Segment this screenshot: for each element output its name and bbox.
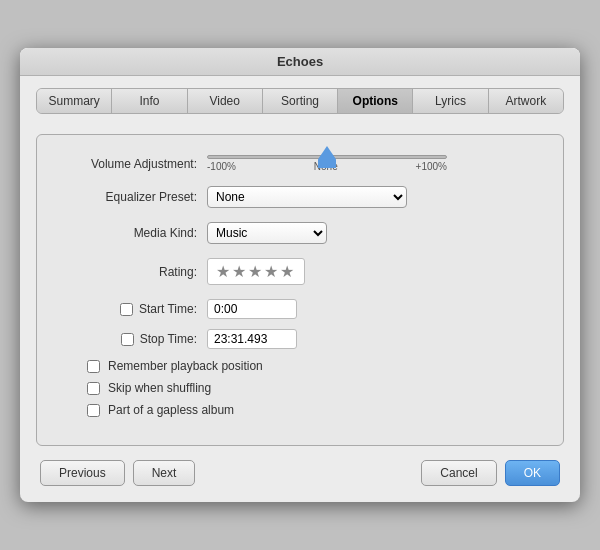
rating-stars: ★★★★★: [216, 263, 296, 280]
stop-time-checkbox[interactable]: [121, 333, 134, 346]
tab-options[interactable]: Options: [338, 89, 413, 113]
tab-artwork[interactable]: Artwork: [489, 89, 563, 113]
media-kind-label: Media Kind:: [57, 226, 197, 240]
volume-min-label: -100%: [207, 161, 236, 172]
tab-info[interactable]: Info: [112, 89, 187, 113]
skip-row: Skip when shuffling: [57, 381, 543, 395]
options-panel: Volume Adjustment: -100% None +100% Equa…: [36, 134, 564, 446]
tab-video[interactable]: Video: [188, 89, 263, 113]
next-button[interactable]: Next: [133, 460, 196, 486]
tab-lyrics[interactable]: Lyrics: [413, 89, 488, 113]
tab-summary[interactable]: Summary: [37, 89, 112, 113]
footer-right: Cancel OK: [421, 460, 560, 486]
media-kind-select[interactable]: Music Movie TV Show Podcast Audiobook: [207, 222, 327, 244]
main-window: Echoes Summary Info Video Sorting Option…: [20, 48, 580, 502]
previous-button[interactable]: Previous: [40, 460, 125, 486]
start-time-label: Start Time:: [139, 302, 197, 316]
equalizer-select[interactable]: None Acoustic Bass Booster Classical Dan…: [207, 186, 407, 208]
window-content: Summary Info Video Sorting Options Lyric…: [20, 76, 580, 502]
volume-track-wrap: [207, 155, 543, 159]
rating-label: Rating:: [57, 265, 197, 279]
skip-label: Skip when shuffling: [108, 381, 211, 395]
equalizer-row: Equalizer Preset: None Acoustic Bass Boo…: [57, 186, 543, 208]
start-time-checkbox[interactable]: [120, 303, 133, 316]
titlebar: Echoes: [20, 48, 580, 76]
ok-button[interactable]: OK: [505, 460, 560, 486]
remember-checkbox[interactable]: [87, 360, 100, 373]
gapless-row: Part of a gapless album: [57, 403, 543, 417]
tab-bar: Summary Info Video Sorting Options Lyric…: [36, 88, 564, 114]
start-time-checkbox-label: Start Time:: [57, 302, 197, 316]
stop-time-row: Stop Time:: [57, 329, 543, 349]
tab-sorting[interactable]: Sorting: [263, 89, 338, 113]
volume-max-label: +100%: [416, 161, 447, 172]
stop-time-input[interactable]: [207, 329, 297, 349]
volume-slider-container: -100% None +100%: [207, 155, 543, 172]
gapless-label: Part of a gapless album: [108, 403, 234, 417]
equalizer-label: Equalizer Preset:: [57, 190, 197, 204]
footer: Previous Next Cancel OK: [36, 460, 564, 486]
stop-time-label: Stop Time:: [140, 332, 197, 346]
rating-box[interactable]: ★★★★★: [207, 258, 305, 285]
volume-slider[interactable]: [207, 155, 447, 159]
volume-row: Volume Adjustment: -100% None +100%: [57, 155, 543, 172]
stop-time-checkbox-label: Stop Time:: [57, 332, 197, 346]
remember-label: Remember playback position: [108, 359, 263, 373]
footer-left: Previous Next: [40, 460, 195, 486]
media-kind-row: Media Kind: Music Movie TV Show Podcast …: [57, 222, 543, 244]
skip-checkbox[interactable]: [87, 382, 100, 395]
remember-row: Remember playback position: [57, 359, 543, 373]
gapless-checkbox[interactable]: [87, 404, 100, 417]
volume-label: Volume Adjustment:: [57, 157, 197, 171]
start-time-input[interactable]: [207, 299, 297, 319]
window-title: Echoes: [277, 54, 323, 69]
rating-row: Rating: ★★★★★: [57, 258, 543, 285]
cancel-button[interactable]: Cancel: [421, 460, 496, 486]
start-time-row: Start Time:: [57, 299, 543, 319]
